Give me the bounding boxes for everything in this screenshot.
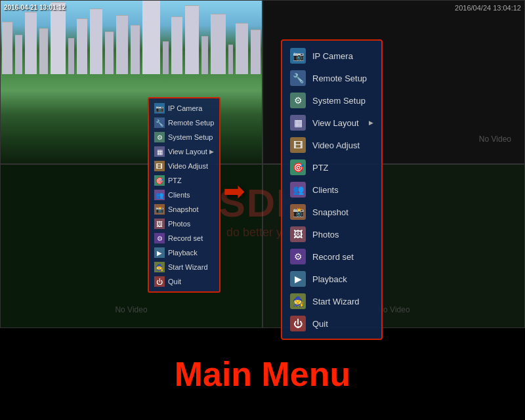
menu-large-item-video-adjust[interactable]: 🎞Video Adjust bbox=[282, 134, 381, 156]
bottom-bar: Main Menu bbox=[0, 328, 525, 420]
menu-large-label-clients: Clients bbox=[312, 185, 339, 195]
skyline bbox=[1, 9, 262, 74]
menu-small-label-photos: Photos bbox=[168, 220, 190, 228]
menu-small-item-remote-setup[interactable]: 🔧Remote Setup bbox=[149, 116, 219, 130]
menu-small-item-ptz[interactable]: 🎯PTZ bbox=[149, 173, 219, 188]
menu-large-icon-video-adjust: 🎞 bbox=[290, 137, 306, 153]
menu-large-icon-playback: ▶ bbox=[290, 271, 306, 287]
menu-small-icon-start-wizard: 🧙 bbox=[154, 262, 165, 272]
menu-large[interactable]: 📷IP Camera🔧Remote Setup⚙System Setup▦Vie… bbox=[281, 39, 383, 340]
menu-small-label-quit: Quit bbox=[168, 278, 181, 285]
menu-small-icon-view-layout: ▦ bbox=[154, 146, 165, 157]
menu-small-label-record-set: Record set bbox=[168, 234, 203, 242]
menu-small-label-ptz: PTZ bbox=[168, 177, 182, 184]
menu-small-icon-snapshot: 📸 bbox=[154, 204, 165, 215]
menu-small-label-system-setup: System Setup bbox=[168, 133, 213, 141]
menu-small-item-start-wizard[interactable]: 🧙Start Wizard bbox=[149, 260, 219, 274]
camera-feed bbox=[1, 1, 262, 163]
timestamp-top-left: 2016-04-21 13:01:12 bbox=[4, 4, 66, 11]
menu-large-item-clients[interactable]: 👥Clients bbox=[282, 178, 381, 201]
menu-small-icon-quit: ⏻ bbox=[154, 276, 165, 287]
menu-large-item-quit[interactable]: ⏻Quit bbox=[282, 312, 381, 335]
menu-small-item-playback[interactable]: ▶Playback bbox=[149, 245, 219, 260]
menu-large-label-ptz: PTZ bbox=[312, 163, 329, 173]
menu-small-item-clients[interactable]: 👥Clients bbox=[149, 188, 219, 202]
menu-large-item-playback[interactable]: ▶Playback bbox=[282, 268, 381, 290]
menu-large-icon-snapshot: 📸 bbox=[290, 204, 306, 220]
menu-large-icon-view-layout: ▦ bbox=[290, 115, 306, 131]
menu-small-label-ip-camera: IP Camera bbox=[168, 104, 202, 112]
menu-large-icon-remote-setup: 🔧 bbox=[290, 70, 306, 86]
menu-small-item-video-adjust[interactable]: 🎞Video Adjust bbox=[149, 159, 219, 173]
menu-small-item-system-setup[interactable]: ⚙System Setup bbox=[149, 130, 219, 144]
menu-small-item-view-layout[interactable]: ▦View Layout bbox=[149, 144, 219, 159]
video-grid: 2016-04-21 13:01:12 2016/04/24 13:04:12 … bbox=[0, 0, 525, 328]
menu-small-icon-ip-camera: 📷 bbox=[154, 103, 165, 114]
menu-large-label-snapshot: Snapshot bbox=[312, 207, 348, 217]
menu-large-label-photos: Photos bbox=[312, 230, 339, 240]
menu-large-icon-ip-camera: 📷 bbox=[290, 48, 306, 64]
menu-small-icon-clients: 👥 bbox=[154, 190, 165, 200]
menu-small-item-quit[interactable]: ⏻Quit bbox=[149, 274, 219, 289]
menu-large-item-start-wizard[interactable]: 🧙Start Wizard bbox=[282, 290, 381, 312]
menu-large-icon-system-setup: ⚙ bbox=[290, 93, 306, 108]
arrow-indicator: ➡ bbox=[223, 176, 245, 206]
menu-small-label-clients: Clients bbox=[168, 191, 190, 199]
menu-large-item-record-set[interactable]: ⚙Record set bbox=[282, 245, 381, 268]
menu-large-item-view-layout[interactable]: ▦View Layout bbox=[282, 112, 381, 134]
menu-large-label-video-adjust: Video Adjust bbox=[312, 140, 360, 150]
main-menu-label: Main Menu bbox=[175, 354, 351, 394]
menu-small-icon-remote-setup: 🔧 bbox=[154, 117, 165, 128]
menu-large-item-remote-setup[interactable]: 🔧Remote Setup bbox=[282, 67, 381, 89]
menu-large-icon-record-set: ⚙ bbox=[290, 249, 306, 264]
no-video-tr: No Video bbox=[479, 135, 511, 144]
menu-small[interactable]: 📷IP Camera🔧Remote Setup⚙System Setup▦Vie… bbox=[148, 97, 220, 293]
menu-small-icon-playback: ▶ bbox=[154, 247, 165, 258]
menu-small-label-start-wizard: Start Wizard bbox=[168, 263, 208, 271]
menu-large-icon-clients: 👥 bbox=[290, 182, 306, 198]
no-video-bl: No Video bbox=[115, 305, 147, 314]
menu-large-label-view-layout: View Layout bbox=[312, 118, 359, 128]
menu-large-item-system-setup[interactable]: ⚙System Setup bbox=[282, 89, 381, 112]
menu-small-icon-system-setup: ⚙ bbox=[154, 132, 165, 142]
menu-large-item-snapshot[interactable]: 📸Snapshot bbox=[282, 201, 381, 223]
menu-small-label-video-adjust: Video Adjust bbox=[168, 162, 208, 170]
menu-small-label-view-layout: View Layout bbox=[168, 148, 207, 156]
menu-small-icon-ptz: 🎯 bbox=[154, 175, 165, 186]
menu-large-label-start-wizard: Start Wizard bbox=[312, 297, 360, 306]
menu-small-item-photos[interactable]: 🖼Photos bbox=[149, 217, 219, 231]
menu-small-item-snapshot[interactable]: 📸Snapshot bbox=[149, 202, 219, 217]
menu-small-label-playback: Playback bbox=[168, 249, 198, 257]
menu-small-icon-photos: 🖼 bbox=[154, 219, 165, 229]
quad-top-left: 2016-04-21 13:01:12 bbox=[0, 0, 262, 164]
menu-small-item-ip-camera[interactable]: 📷IP Camera bbox=[149, 101, 219, 116]
menu-large-label-record-set: Record set bbox=[312, 252, 354, 262]
menu-small-icon-record-set: ⚙ bbox=[154, 233, 165, 243]
menu-large-item-ip-camera[interactable]: 📷IP Camera bbox=[282, 45, 381, 67]
menu-large-label-system-setup: System Setup bbox=[312, 96, 366, 106]
menu-small-item-record-set[interactable]: ⚙Record set bbox=[149, 231, 219, 245]
menu-large-icon-start-wizard: 🧙 bbox=[290, 293, 306, 309]
menu-small-icon-video-adjust: 🎞 bbox=[154, 161, 165, 171]
menu-large-item-ptz[interactable]: 🎯PTZ bbox=[282, 156, 381, 178]
menu-large-item-photos[interactable]: 🖼Photos bbox=[282, 223, 381, 245]
timestamp-top-right: 2016/04/24 13:04:12 bbox=[455, 4, 521, 12]
menu-large-label-ip-camera: IP Camera bbox=[312, 51, 353, 61]
menu-large-icon-photos: 🖼 bbox=[290, 226, 306, 242]
menu-small-label-remote-setup: Remote Setup bbox=[168, 119, 214, 127]
menu-small-label-snapshot: Snapshot bbox=[168, 205, 198, 213]
menu-large-label-playback: Playback bbox=[312, 274, 347, 284]
menu-large-icon-ptz: 🎯 bbox=[290, 159, 306, 175]
menu-large-label-remote-setup: Remote Setup bbox=[312, 74, 367, 83]
menu-large-label-quit: Quit bbox=[312, 319, 328, 329]
menu-large-icon-quit: ⏻ bbox=[290, 316, 306, 331]
